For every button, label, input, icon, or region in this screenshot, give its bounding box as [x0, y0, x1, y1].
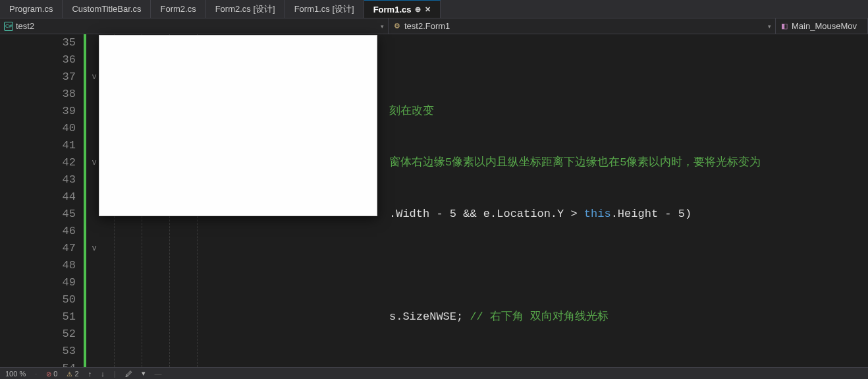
fold-toggle: [88, 291, 101, 308]
change-marker-column: [84, 34, 88, 367]
tab-form1-design[interactable]: Form1.cs [设计]: [285, 0, 364, 18]
tab-customtitlebar[interactable]: CustomTitleBar.cs: [63, 0, 151, 18]
line-number: 47: [0, 240, 76, 257]
line-number: 46: [0, 223, 76, 240]
close-icon[interactable]: ✕: [425, 5, 431, 14]
editor-footer: 100 % · ⊘ 0 ⚠ 2 ↑ ↓ | 🖉 ▾ —: [0, 367, 868, 379]
chevron-down-icon: ▾: [768, 23, 771, 30]
code-line: [106, 257, 868, 274]
nav-member-dropdown[interactable]: ◧ Main_MouseMov: [776, 18, 868, 34]
line-number: 44: [0, 189, 76, 206]
fold-toggle: [88, 308, 101, 326]
error-count[interactable]: ⊘ 0: [46, 370, 57, 378]
line-number: 36: [0, 51, 76, 69]
tab-form1[interactable]: Form1.cs ⊕ ✕: [364, 0, 441, 18]
nav-namespace-dropdown[interactable]: C# test2 ▾: [0, 18, 389, 34]
tab-form2-design[interactable]: Form2.cs [设计]: [206, 0, 285, 18]
line-number: 40: [0, 120, 76, 137]
line-number: 38: [0, 86, 76, 103]
document-tab-bar: Program.cs CustomTitleBar.cs Form2.cs Fo…: [0, 0, 868, 18]
line-number: 53: [0, 343, 76, 360]
line-number: 41: [0, 137, 76, 154]
navigation-bar: C# test2 ▾ ⚙ test2.Form1 ▾ ◧ Main_MouseM…: [0, 18, 868, 34]
fold-toggle[interactable]: v: [88, 240, 101, 257]
line-number: 52: [0, 326, 76, 343]
line-number: 51: [0, 308, 76, 326]
line-number-gutter: 3536373839404142434445464748495051525354: [0, 34, 84, 367]
fold-toggle: [88, 274, 101, 291]
line-number: 54: [0, 360, 76, 367]
fold-toggle: [88, 223, 101, 240]
tab-program[interactable]: Program.cs: [0, 0, 63, 18]
line-number: 37: [0, 69, 76, 86]
pin-icon[interactable]: ⊕: [415, 5, 421, 14]
nav-class-dropdown[interactable]: ⚙ test2.Form1 ▾: [389, 18, 776, 34]
nav-up-icon[interactable]: ↑: [88, 370, 92, 378]
fold-toggle: [88, 343, 101, 360]
zoom-level[interactable]: 100 %: [5, 370, 26, 378]
line-number: 39: [0, 103, 76, 120]
fold-toggle: [88, 257, 101, 274]
line-number: 43: [0, 171, 76, 189]
code-line: s.SizeNWSE; // 右下角 双向对角线光标: [106, 308, 868, 326]
line-number: 50: [0, 291, 76, 308]
tab-form2[interactable]: Form2.cs: [151, 0, 205, 18]
method-icon: ◧: [780, 22, 789, 31]
intellisense-popup[interactable]: [99, 35, 377, 216]
code-line: [106, 360, 868, 367]
line-number: 35: [0, 34, 76, 51]
warning-count[interactable]: ⚠ 2: [67, 370, 78, 378]
nav-down-icon[interactable]: ↓: [101, 370, 105, 378]
line-number: 45: [0, 206, 76, 223]
fold-toggle: [88, 326, 101, 343]
line-number: 49: [0, 274, 76, 291]
fold-toggle: [88, 360, 101, 367]
line-number: 48: [0, 257, 76, 274]
line-number: 42: [0, 154, 76, 171]
class-icon: ⚙: [393, 22, 402, 31]
edit-tool-icon[interactable]: 🖉: [125, 370, 132, 378]
namespace-icon: C#: [4, 22, 13, 31]
chevron-down-icon: ▾: [381, 23, 384, 30]
